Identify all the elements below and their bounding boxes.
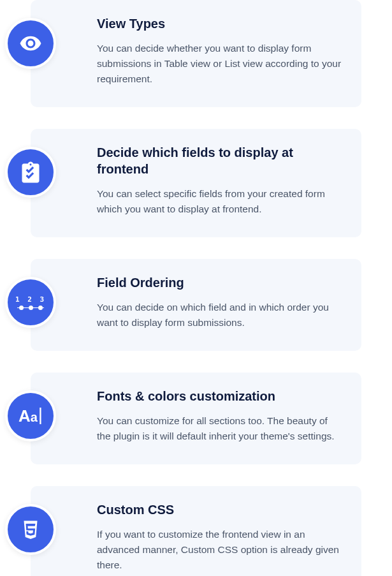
feature-title: Custom CSS bbox=[97, 501, 344, 518]
feature-description: If you want to customize the frontend vi… bbox=[97, 527, 344, 573]
feature-list: View Types You can decide whether you wa… bbox=[31, 0, 361, 576]
feature-card: 1 2 3 Field Ordering You can decide on w… bbox=[31, 259, 361, 351]
feature-description: You can decide whether you want to displ… bbox=[97, 41, 344, 87]
feature-title: Field Ordering bbox=[97, 274, 344, 291]
ordering-icon: 1 2 3 bbox=[5, 277, 56, 328]
feature-description: You can decide on which field and in whi… bbox=[97, 300, 344, 330]
feature-title: Decide which fields to display at fronte… bbox=[97, 144, 344, 177]
feature-card: View Types You can decide whether you wa… bbox=[31, 0, 361, 107]
eye-icon bbox=[5, 18, 56, 69]
feature-title: Fonts & colors customization bbox=[97, 388, 344, 404]
feature-title: View Types bbox=[97, 15, 344, 32]
font-icon: Aa| bbox=[5, 390, 56, 441]
feature-card: Aa| Fonts & colors customization You can… bbox=[31, 373, 361, 464]
feature-description: You can select specific fields from your… bbox=[97, 186, 344, 217]
css-icon bbox=[5, 504, 56, 555]
feature-card: Decide which fields to display at fronte… bbox=[31, 129, 361, 237]
clipboard-icon bbox=[5, 147, 56, 198]
feature-card: Custom CSS If you want to customize the … bbox=[31, 486, 361, 576]
feature-description: You can customize for all sections too. … bbox=[97, 413, 344, 444]
